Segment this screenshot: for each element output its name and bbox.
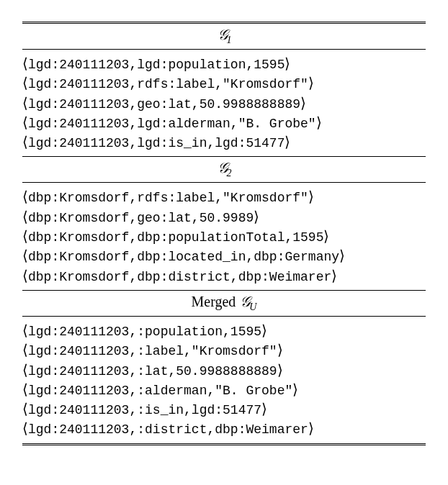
table-row: ⟨lgd:240111203,lgd:is_in,lgd:51477⟩: [22, 132, 426, 152]
triple-text: lgd:240111203,:population,1595: [28, 325, 261, 339]
triple-text: lgd:240111203,:is_in,lgd:51477: [28, 403, 261, 417]
g1-triples: ⟨lgd:240111203,lgd:population,1595⟩ ⟨lgd…: [22, 50, 426, 156]
table-row: ⟨lgd:240111203,:alderman,"B. Grobe"⟩: [22, 380, 426, 399]
triple-text: lgd:240111203,:district,dbp:Weimarer: [28, 422, 308, 437]
table-row: ⟨lgd:240111203,rdfs:label,"Kromsdorf"⟩: [22, 73, 426, 93]
triple-text: dbp:Kromsdorf,dbp:located_in,dbp:Germany: [28, 250, 339, 264]
merged-prefix: Merged: [192, 294, 240, 309]
table-row: ⟨dbp:Kromsdorf,rdfs:label,"Kromsdorf"⟩: [22, 187, 426, 207]
triple-text: lgd:240111203,rdfs:label,"Kromsdorf": [28, 77, 308, 91]
g1-subscript: 1: [227, 35, 232, 45]
triple-text: lgd:240111203,:lat,50.9988888889: [28, 364, 277, 379]
merged-triples: ⟨lgd:240111203,:population,1595⟩ ⟨lgd:24…: [22, 317, 426, 443]
table-row: ⟨dbp:Kromsdorf,dbp:located_in,dbp:German…: [22, 246, 426, 266]
kg-alignment-table: 𝒢1 ⟨lgd:240111203,lgd:population,1595⟩ ⟨…: [22, 22, 426, 445]
table-row: ⟨lgd:240111203,:is_in,lgd:51477⟩: [22, 399, 426, 419]
triple-text: dbp:Kromsdorf,dbp:district,dbp:Weimarer: [28, 270, 331, 284]
table-row: ⟨lgd:240111203,geo:lat,50.9988888889⟩: [22, 94, 426, 113]
triple-text: lgd:240111203,lgd:alderman,"B. Grobe": [28, 117, 316, 131]
merged-subscript: U: [249, 302, 256, 312]
triple-text: dbp:Kromsdorf,rdfs:label,"Kromsdorf": [28, 191, 308, 205]
table-row: ⟨dbp:Kromsdorf,geo:lat,50.9989⟩: [22, 207, 426, 227]
section-header-g1: 𝒢1: [22, 24, 426, 50]
g2-symbol: 𝒢: [217, 160, 227, 176]
triple-text: lgd:240111203,geo:lat,50.9988888889: [28, 97, 300, 112]
triple-text: dbp:Kromsdorf,geo:lat,50.9989: [28, 211, 254, 225]
g2-triples: ⟨dbp:Kromsdorf,rdfs:label,"Kromsdorf"⟩ ⟨…: [22, 183, 426, 289]
table-row: ⟨lgd:240111203,:population,1595⟩: [22, 321, 426, 340]
g2-subscript: 2: [227, 168, 232, 178]
section-header-merged: Merged 𝒢U: [22, 290, 426, 317]
merged-symbol: 𝒢: [239, 294, 249, 309]
table-row: ⟨lgd:240111203,lgd:population,1595⟩: [22, 54, 426, 73]
g1-symbol: 𝒢: [217, 27, 227, 42]
section-header-g2: 𝒢2: [22, 156, 426, 183]
bottom-double-rule: [22, 443, 426, 445]
triple-text: lgd:240111203,:alderman,"B. Grobe": [28, 384, 292, 398]
table-row: ⟨lgd:240111203,:label,"Kromsdorf"⟩: [22, 340, 426, 360]
triple-text: lgd:240111203,lgd:population,1595: [28, 58, 285, 72]
table-row: ⟨lgd:240111203,:district,dbp:Weimarer⟩: [22, 419, 426, 438]
table-row: ⟨dbp:Kromsdorf,dbp:district,dbp:Weimarer…: [22, 266, 426, 286]
triple-text: dbp:Kromsdorf,dbp:populationTotal,1595: [28, 230, 323, 245]
triple-text: lgd:240111203,:label,"Kromsdorf": [28, 344, 277, 358]
table-row: ⟨lgd:240111203,lgd:alderman,"B. Grobe"⟩: [22, 113, 426, 132]
table-row: ⟨lgd:240111203,:lat,50.9988888889⟩: [22, 361, 426, 380]
table-row: ⟨dbp:Kromsdorf,dbp:populationTotal,1595⟩: [22, 227, 426, 246]
triple-text: lgd:240111203,lgd:is_in,lgd:51477: [28, 136, 285, 150]
